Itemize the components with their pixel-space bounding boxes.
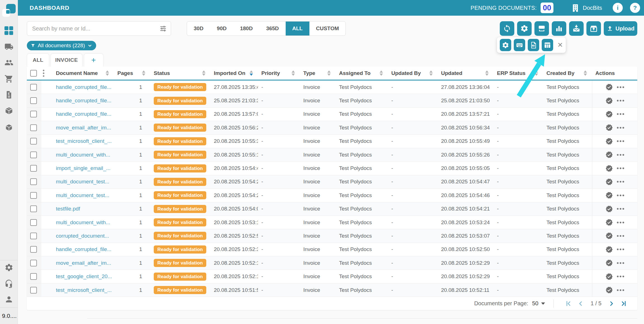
verified-seal-icon[interactable] bbox=[605, 246, 613, 253]
analytics-button[interactable] bbox=[552, 21, 566, 36]
sort-icon[interactable] bbox=[202, 70, 205, 76]
row-actions-menu-icon[interactable] bbox=[617, 276, 624, 277]
first-page-button[interactable] bbox=[565, 300, 572, 307]
sort-icon[interactable] bbox=[106, 70, 109, 76]
refresh-button[interactable] bbox=[500, 21, 514, 36]
popup-columns-button[interactable] bbox=[542, 39, 553, 51]
column-header-priority[interactable]: Priority bbox=[258, 67, 300, 80]
popup-keyboard-button[interactable] bbox=[514, 39, 525, 51]
sort-icon[interactable] bbox=[327, 70, 331, 76]
document-link[interactable]: handle_corrupted_file... bbox=[56, 111, 112, 117]
row-checkbox[interactable] bbox=[30, 84, 37, 91]
document-link[interactable]: import_single_email_... bbox=[56, 165, 110, 171]
kebab-menu-icon[interactable] bbox=[42, 69, 45, 77]
scanner-button[interactable] bbox=[534, 21, 549, 36]
row-checkbox[interactable] bbox=[30, 260, 37, 266]
verified-seal-icon[interactable] bbox=[605, 138, 613, 145]
help-icon[interactable]: ? bbox=[630, 3, 640, 13]
sort-icon[interactable] bbox=[584, 70, 587, 76]
sort-icon[interactable] bbox=[292, 70, 295, 76]
row-actions-menu-icon[interactable] bbox=[617, 289, 624, 291]
row-checkbox[interactable] bbox=[30, 138, 37, 145]
verified-seal-icon[interactable] bbox=[605, 273, 613, 280]
range-90d[interactable]: 90D bbox=[210, 22, 233, 36]
document-link[interactable]: test_google_client_20... bbox=[56, 273, 112, 280]
row-actions-menu-icon[interactable] bbox=[617, 113, 624, 115]
row-checkbox[interactable] bbox=[30, 205, 37, 212]
row-checkbox[interactable] bbox=[30, 219, 37, 226]
row-checkbox[interactable] bbox=[30, 273, 37, 280]
sidebar-item-package-alt[interactable] bbox=[4, 123, 14, 133]
row-checkbox[interactable] bbox=[30, 124, 37, 131]
tab-invoice[interactable]: INVOICE bbox=[51, 53, 82, 67]
popup-settings-button[interactable] bbox=[500, 39, 511, 51]
row-checkbox[interactable] bbox=[30, 111, 37, 117]
verified-seal-icon[interactable] bbox=[605, 286, 613, 294]
row-checkbox[interactable] bbox=[30, 178, 37, 185]
sort-icon[interactable] bbox=[535, 70, 538, 76]
range-all[interactable]: ALL bbox=[286, 22, 309, 36]
row-actions-menu-icon[interactable] bbox=[617, 140, 624, 142]
document-link[interactable]: test_microsoft_client_... bbox=[56, 287, 112, 293]
document-link[interactable]: testfile.pdf bbox=[56, 206, 80, 212]
row-actions-menu-icon[interactable] bbox=[617, 208, 624, 210]
row-checkbox[interactable] bbox=[30, 165, 37, 172]
row-actions-menu-icon[interactable] bbox=[617, 86, 624, 88]
verified-seal-icon[interactable] bbox=[605, 232, 613, 240]
column-header-assigned[interactable]: Assigned To bbox=[336, 67, 388, 80]
row-checkbox[interactable] bbox=[30, 152, 37, 158]
document-link[interactable]: multi_document_with... bbox=[56, 219, 110, 226]
row-checkbox[interactable] bbox=[30, 97, 37, 104]
document-link[interactable]: handle_corrupted_file... bbox=[56, 84, 112, 90]
add-tab-button[interactable]: + bbox=[84, 53, 103, 67]
document-link[interactable]: move_email_after_im... bbox=[56, 260, 111, 266]
sidebar-item-dashboard[interactable] bbox=[4, 26, 14, 35]
row-actions-menu-icon[interactable] bbox=[617, 181, 624, 183]
verified-seal-icon[interactable] bbox=[605, 151, 613, 159]
column-header-updated[interactable]: Updated bbox=[438, 67, 494, 80]
sidebar-item-support[interactable] bbox=[4, 279, 14, 288]
close-icon[interactable]: ✕ bbox=[557, 42, 563, 48]
document-link[interactable]: corrupted_document... bbox=[56, 233, 109, 239]
verified-seal-icon[interactable] bbox=[605, 124, 613, 131]
row-actions-menu-icon[interactable] bbox=[617, 235, 624, 237]
sidebar-item-settings[interactable] bbox=[4, 263, 14, 272]
per-page-select[interactable]: 50 bbox=[532, 300, 545, 307]
sort-icon[interactable] bbox=[250, 70, 253, 76]
verified-seal-icon[interactable] bbox=[605, 259, 613, 267]
mail-import-button[interactable] bbox=[569, 21, 584, 36]
column-header-imported[interactable]: Imported On bbox=[210, 67, 258, 80]
verified-seal-icon[interactable] bbox=[605, 205, 613, 213]
search-input[interactable] bbox=[32, 25, 159, 32]
row-actions-menu-icon[interactable] bbox=[617, 195, 624, 196]
sidebar-item-shop[interactable] bbox=[4, 74, 14, 84]
export-tray-button[interactable] bbox=[586, 21, 601, 36]
column-header-pages[interactable]: Pages bbox=[114, 67, 150, 80]
verified-seal-icon[interactable] bbox=[605, 165, 613, 172]
verified-seal-icon[interactable] bbox=[605, 191, 613, 199]
row-actions-menu-icon[interactable] bbox=[617, 222, 624, 223]
row-actions-menu-icon[interactable] bbox=[617, 262, 624, 264]
document-link[interactable]: handle_corrupted_file... bbox=[56, 98, 112, 104]
info-icon[interactable]: i bbox=[613, 3, 623, 13]
popup-log-button[interactable]: LOG bbox=[528, 39, 539, 51]
sidebar-item-profile[interactable] bbox=[4, 295, 14, 304]
column-header-erp[interactable]: ERP Status bbox=[494, 67, 543, 80]
document-link[interactable]: multi_document_with... bbox=[56, 152, 110, 158]
last-page-button[interactable] bbox=[620, 300, 628, 307]
row-checkbox[interactable] bbox=[30, 246, 37, 253]
sort-icon[interactable] bbox=[380, 70, 383, 76]
range-30d[interactable]: 30D bbox=[187, 22, 210, 36]
sidebar-item-contacts[interactable] bbox=[4, 58, 14, 67]
document-link[interactable]: move_email_after_im... bbox=[56, 125, 111, 131]
sidebar-item-shipping[interactable] bbox=[4, 42, 14, 51]
tune-sliders-icon[interactable] bbox=[159, 25, 167, 32]
range-180d[interactable]: 180D bbox=[233, 22, 259, 36]
verified-seal-icon[interactable] bbox=[605, 219, 613, 226]
range-365d[interactable]: 365D bbox=[259, 22, 285, 36]
row-checkbox[interactable] bbox=[30, 287, 37, 294]
verified-seal-icon[interactable] bbox=[605, 110, 613, 118]
verified-seal-icon[interactable] bbox=[605, 83, 613, 91]
sort-icon[interactable] bbox=[485, 70, 489, 76]
previous-page-button[interactable] bbox=[577, 300, 584, 307]
